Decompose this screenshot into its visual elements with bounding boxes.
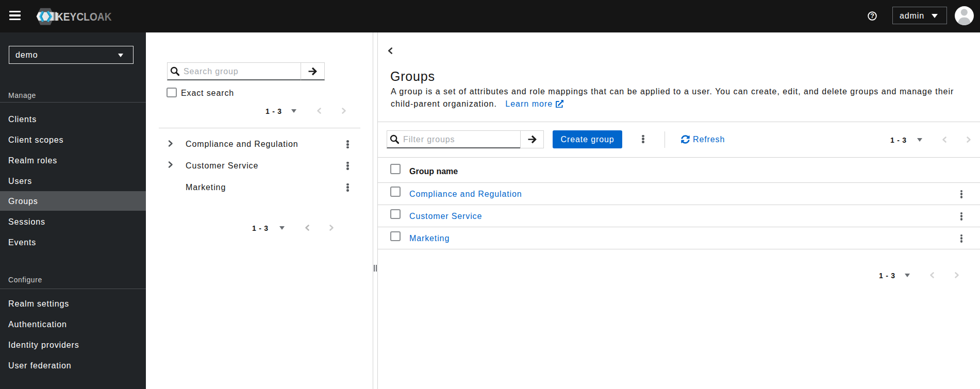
svg-text:KEYCLOAK: KEYCLOAK — [56, 11, 112, 23]
svg-text:?: ? — [870, 12, 874, 20]
